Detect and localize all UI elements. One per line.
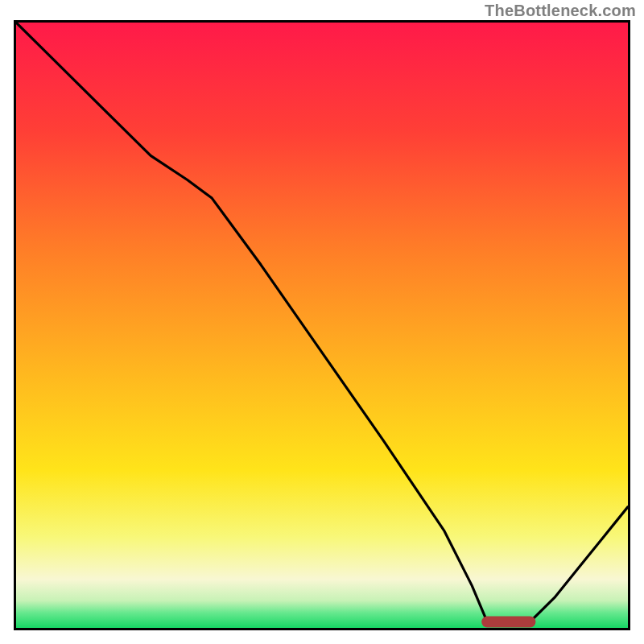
chart-stage: TheBottleneck.com [0, 0, 644, 644]
plot-frame [14, 20, 630, 630]
plot-svg [16, 23, 628, 628]
watermark-text: TheBottleneck.com [485, 2, 636, 20]
